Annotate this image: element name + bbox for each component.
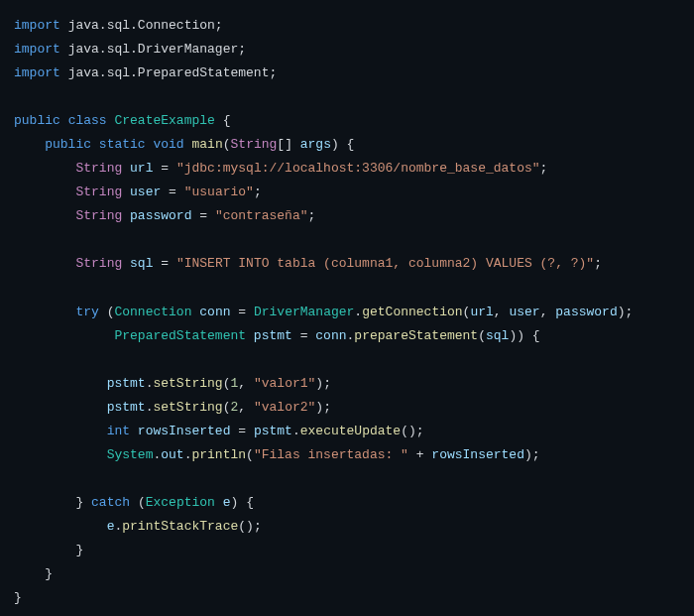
type-string: String — [75, 185, 122, 199]
pkg-path: java.sql.PreparedStatement — [68, 65, 270, 80]
str-filas: "Filas insertadas: " — [254, 447, 408, 462]
kw-import: import — [14, 65, 60, 80]
kw-public: public — [45, 137, 91, 152]
cls-drivermanager: DriverManager — [254, 305, 354, 319]
m-println: println — [191, 447, 246, 462]
var-pstmt: pstmt — [254, 328, 292, 343]
var-url: url — [130, 161, 153, 176]
type-string: String — [75, 208, 122, 223]
m-getconnection: getConnection — [362, 305, 462, 319]
kw-static: static — [99, 137, 146, 152]
kw-public: public — [14, 113, 60, 128]
m-executeupdate: executeUpdate — [300, 424, 401, 438]
cls-system: System — [107, 447, 154, 462]
str-sql: "INSERT INTO tabla (columna1, columna2) … — [176, 256, 594, 271]
m-printstacktrace: printStackTrace — [122, 519, 238, 534]
kw-void: void — [153, 137, 183, 152]
cls-connection: Connection — [114, 305, 191, 319]
class-name: CreateExample — [114, 113, 214, 128]
str-password: "contraseña" — [215, 208, 308, 223]
str-url: "jdbc:mysql://localhost:3306/nombre_base… — [176, 161, 540, 176]
cls-exception: Exception — [146, 495, 215, 510]
kw-catch: catch — [91, 495, 130, 510]
kw-try: try — [75, 305, 98, 319]
str-user: "usuario" — [184, 185, 254, 199]
var-rows: rowsInserted — [138, 424, 231, 438]
var-conn: conn — [199, 305, 230, 319]
method-main: main — [192, 137, 223, 152]
kw-int: int — [107, 424, 130, 438]
var-args: args — [300, 137, 331, 152]
str-valor2: "valor2" — [254, 400, 315, 415]
var-password: password — [130, 208, 191, 223]
m-setstring: setString — [153, 376, 222, 391]
kw-import: import — [14, 42, 60, 57]
type-string: String — [75, 256, 122, 271]
type-string: String — [231, 137, 278, 152]
fld-out: out — [161, 447, 183, 462]
code-block: import java.sql.Connection; import java.… — [14, 14, 680, 610]
kw-import: import — [14, 18, 60, 33]
pkg-path: java.sql.Connection — [68, 18, 215, 33]
var-e: e — [223, 495, 231, 510]
type-string: String — [75, 161, 122, 176]
var-sql: sql — [130, 256, 153, 271]
m-setstring: setString — [153, 400, 222, 415]
kw-class: class — [68, 113, 107, 128]
var-user: user — [130, 185, 161, 199]
cls-preparedstatement: PreparedStatement — [114, 328, 246, 343]
m-preparestatement: prepareStatement — [354, 328, 478, 343]
str-valor1: "valor1" — [254, 376, 315, 391]
pkg-path: java.sql.DriverManager — [68, 42, 239, 57]
